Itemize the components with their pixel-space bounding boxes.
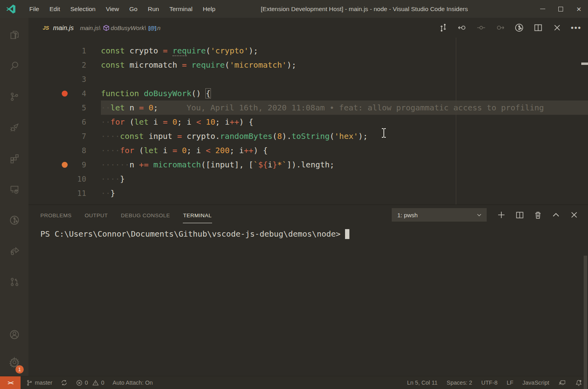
editor-gutter[interactable]: 4 (28, 86, 101, 101)
feedback-button[interactable] (558, 379, 566, 387)
maximize-button[interactable] (552, 0, 570, 18)
menu-help[interactable]: Help (198, 0, 221, 18)
sidebar-item-settings[interactable]: 1 (0, 348, 28, 376)
split-terminal-button[interactable] (510, 206, 529, 224)
editor-gutter[interactable]: 10 (28, 172, 101, 186)
minimize-icon (540, 9, 545, 9)
close-icon: × (577, 5, 581, 13)
close-editor-button[interactable] (548, 19, 567, 37)
menu-selection[interactable]: Selection (65, 0, 101, 18)
panel-tab-problems[interactable]: PROBLEMS (40, 207, 72, 223)
split-editor-button[interactable] (529, 19, 548, 37)
panel-tab-debug-console[interactable]: DEBUG CONSOLE (121, 207, 171, 223)
code-text: function doBusyWork() { (101, 86, 588, 101)
sidebar-item-debug-profile[interactable] (0, 205, 28, 235)
sidebar-item-live-share[interactable] (0, 235, 28, 266)
panel-tab-output[interactable]: OUTPUT (84, 207, 108, 223)
code-line-4[interactable]: 4function doBusyWork() { (28, 86, 588, 101)
maximize-panel-button[interactable] (547, 206, 565, 224)
editor-gutter[interactable]: 11 (28, 186, 101, 200)
code-editor[interactable]: 1const crypto = require('crypto');2const… (28, 38, 588, 205)
terminal-output[interactable]: PS C:\Users\Connor\Documents\Github\vsco… (28, 225, 588, 376)
line-number: 3 (82, 72, 86, 86)
profile-button[interactable] (510, 19, 529, 37)
terminal-cursor (345, 229, 349, 239)
menu-go[interactable]: Go (124, 0, 143, 18)
more-actions-icon: ••• (571, 23, 581, 32)
editor-gutter[interactable]: 2 (28, 58, 101, 72)
sidebar-item-github-pull-requests[interactable] (0, 266, 28, 297)
branch-icon (26, 380, 33, 386)
code-line-7[interactable]: 7····const input = crypto.randomBytes(8)… (28, 129, 588, 143)
line-number: 8 (82, 143, 86, 157)
editor-gutter[interactable]: 3 (28, 72, 101, 86)
explorer-icon (9, 30, 20, 40)
breakpoint-dot[interactable] (62, 91, 68, 97)
terminal-scrollbar[interactable] (584, 256, 587, 389)
sidebar-item-search[interactable] (0, 50, 28, 81)
editor-gutter[interactable]: 8 (28, 143, 101, 157)
sidebar-item-extensions[interactable] (0, 143, 28, 174)
menu-file[interactable]: File (24, 0, 44, 18)
sidebar-item-explorer[interactable] (0, 19, 28, 50)
code-line-2[interactable]: 2const micromatch = require('micromatch'… (28, 58, 588, 72)
kill-terminal-button[interactable] (529, 206, 547, 224)
panel-tab-terminal[interactable]: TERMINAL (183, 207, 212, 223)
editor-gutter[interactable]: 9 (28, 157, 101, 172)
breadcrumb-file[interactable]: main.js\ (80, 25, 101, 31)
terminal-select[interactable]: 1: pwsh (392, 208, 487, 222)
problems-status[interactable]: 0 0 (76, 380, 104, 386)
code-line-8[interactable]: 8····for (let i = 0; i < 200; i++) { (28, 143, 588, 157)
auto-attach-status[interactable]: Auto Attach: On (112, 380, 153, 386)
encoding-status[interactable]: UTF-8 (481, 380, 497, 386)
new-terminal-button[interactable] (492, 206, 510, 224)
sidebar-item-remote-explorer[interactable] (0, 174, 28, 205)
code-text: const micromatch = require('micromatch')… (101, 58, 588, 72)
git-blame-annotation: You, April 16th, 2020 11:08am • feat: al… (187, 103, 544, 112)
eol-status[interactable]: LF (506, 380, 513, 386)
breadcrumb: main.js\ doBusyWork\ [@] n (80, 25, 161, 31)
sidebar-item-source-control[interactable] (0, 81, 28, 112)
code-line-9[interactable]: 9······n += micromatch([input], [`${i}*`… (28, 157, 588, 172)
editor-gutter[interactable]: 7 (28, 129, 101, 143)
language-mode-status[interactable]: JavaScript (522, 380, 549, 386)
code-line-3[interactable]: 3 (28, 72, 588, 86)
breadcrumb-symbol[interactable]: doBusyWork\ (111, 25, 146, 31)
compare-changes-button[interactable] (434, 19, 453, 37)
vscode-insiders-logo-icon (6, 4, 16, 14)
sidebar-item-run-and-debug[interactable] (0, 112, 28, 143)
close-editor-icon (553, 23, 561, 32)
code-line-5[interactable]: 5··let n = 0;You, April 16th, 2020 11:08… (28, 101, 588, 115)
step-forward-button[interactable] (491, 19, 510, 37)
editor-gutter[interactable]: 5 (28, 101, 101, 115)
sidebar-item-accounts[interactable] (0, 321, 28, 348)
menu-run[interactable]: Run (142, 0, 164, 18)
git-branch-status[interactable]: master (26, 380, 52, 386)
close-panel-button[interactable] (565, 206, 583, 224)
remote-indicator[interactable]: >< (0, 376, 21, 389)
minimize-button[interactable] (533, 0, 552, 18)
indentation-status[interactable]: Spaces: 2 (447, 380, 472, 386)
step-over-button[interactable] (472, 19, 491, 37)
git-sync-status[interactable] (61, 379, 68, 386)
menu-view[interactable]: View (101, 0, 124, 18)
cursor-position-status[interactable]: Ln 5, Col 11 (407, 380, 438, 386)
breakpoint-dot[interactable] (62, 162, 68, 168)
code-text: ··for (let i = 0; i < 10; i++) { (101, 115, 588, 129)
editor-gutter[interactable]: 6 (28, 115, 101, 129)
code-line-10[interactable]: 10····} (28, 172, 588, 186)
notifications-button[interactable] (575, 379, 582, 387)
more-actions-button[interactable]: ••• (567, 19, 586, 37)
editor-gutter[interactable]: 1 (28, 44, 101, 58)
menu-terminal[interactable]: Terminal (164, 0, 198, 18)
menu-edit[interactable]: Edit (44, 0, 65, 18)
code-line-11[interactable]: 11··} (28, 186, 588, 200)
tab-main-js[interactable]: main.js (53, 24, 74, 32)
code-line-1[interactable]: 1const crypto = require('crypto'); (28, 44, 588, 58)
title-bar: FileEditSelectionViewGoRunTerminalHelp [… (0, 0, 588, 18)
breadcrumb-leaf[interactable]: n (157, 25, 160, 31)
code-line-6[interactable]: 6··for (let i = 0; i < 10; i++) { (28, 115, 588, 129)
close-button[interactable]: × (570, 0, 588, 18)
warnings-icon (92, 380, 99, 386)
step-back-button[interactable] (453, 19, 472, 37)
